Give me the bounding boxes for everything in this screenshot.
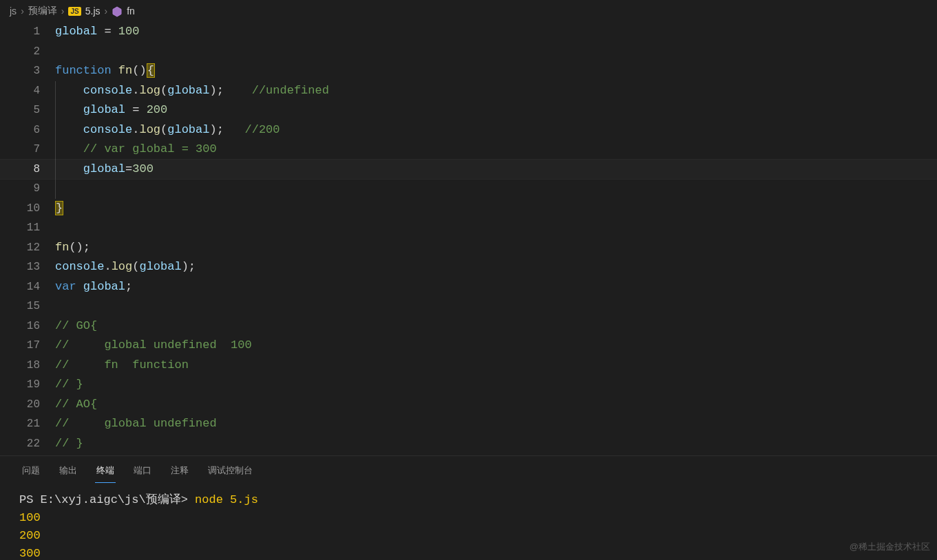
code-line[interactable] bbox=[55, 179, 937, 199]
code-line[interactable]: function fn(){ bbox=[55, 61, 937, 81]
code-line[interactable] bbox=[55, 42, 937, 62]
bottom-panel: 问题输出终端端口注释调试控制台 PS E:\xyj.aigc\js\预编译> n… bbox=[0, 455, 937, 559]
terminal-output: 100200300 bbox=[19, 509, 918, 560]
code-line[interactable]: // global undefined 100 bbox=[55, 336, 937, 356]
line-number: 11 bbox=[0, 218, 40, 238]
code-line[interactable]: } bbox=[55, 199, 937, 219]
panel-tab-注释[interactable]: 注释 bbox=[169, 462, 190, 483]
panel-tab-终端[interactable]: 终端 bbox=[95, 462, 116, 483]
panel-tabs: 问题输出终端端口注释调试控制台 bbox=[0, 456, 937, 483]
line-number: 7 bbox=[0, 140, 40, 160]
code-line[interactable] bbox=[55, 218, 937, 238]
line-number: 19 bbox=[0, 375, 40, 395]
code-line[interactable]: // fn function bbox=[55, 356, 937, 376]
line-number: 9 bbox=[0, 179, 40, 199]
code-line[interactable]: global = 200 bbox=[55, 100, 937, 120]
line-number: 3 bbox=[0, 61, 40, 81]
code-line[interactable]: console.log(global); //undefined bbox=[55, 81, 937, 101]
terminal-command: node 5.js bbox=[195, 493, 258, 506]
breadcrumb-folder[interactable]: 预编译 bbox=[28, 5, 57, 17]
code-line[interactable]: // GO{ bbox=[55, 316, 937, 336]
code-line[interactable]: // var global = 300 bbox=[55, 140, 937, 160]
line-number: 6 bbox=[0, 120, 40, 140]
panel-tab-问题[interactable]: 问题 bbox=[21, 462, 41, 483]
code-line[interactable]: // } bbox=[55, 434, 937, 454]
symbol-function-icon bbox=[112, 5, 123, 17]
line-number: 2 bbox=[0, 42, 40, 62]
line-number: 5 bbox=[0, 100, 40, 120]
line-number: 10 bbox=[0, 199, 40, 219]
code-line[interactable]: // AO{ bbox=[55, 395, 937, 415]
code-line[interactable]: global=300 bbox=[55, 160, 937, 180]
code-line[interactable]: console.log(global); bbox=[55, 257, 937, 277]
chevron-right-icon: › bbox=[61, 6, 65, 17]
terminal-output-line: 100 bbox=[19, 509, 918, 527]
line-number: 14 bbox=[0, 277, 40, 297]
breadcrumb-file[interactable]: 5.js bbox=[85, 6, 101, 17]
terminal-ps: PS E:\xyj.aigc\js\预编译> bbox=[19, 493, 195, 506]
code-line[interactable]: console.log(global); //200 bbox=[55, 120, 937, 140]
terminal[interactable]: PS E:\xyj.aigc\js\预编译> node 5.js 1002003… bbox=[0, 483, 937, 560]
line-number: 16 bbox=[0, 316, 40, 336]
terminal-prompt-line: PS E:\xyj.aigc\js\预编译> node 5.js bbox=[19, 491, 918, 509]
line-number: 8 bbox=[0, 160, 40, 180]
panel-tab-端口[interactable]: 端口 bbox=[132, 462, 153, 483]
line-number: 13 bbox=[0, 257, 40, 277]
watermark: @稀土掘金技术社区 bbox=[850, 541, 930, 553]
editor[interactable]: 12345678910111213141516171819202122 glob… bbox=[0, 22, 937, 455]
code-line[interactable]: // } bbox=[55, 375, 937, 395]
panel-tab-调试控制台[interactable]: 调试控制台 bbox=[207, 462, 254, 483]
code-line[interactable] bbox=[55, 297, 937, 316]
panel-tab-输出[interactable]: 输出 bbox=[58, 462, 78, 483]
line-number: 12 bbox=[0, 238, 40, 258]
line-number: 17 bbox=[0, 336, 40, 356]
line-number: 21 bbox=[0, 414, 40, 434]
code-line[interactable]: global = 100 bbox=[55, 22, 937, 42]
line-number: 15 bbox=[0, 297, 40, 316]
line-number: 22 bbox=[0, 434, 40, 454]
breadcrumb-symbol[interactable]: fn bbox=[127, 6, 135, 17]
line-number: 4 bbox=[0, 81, 40, 101]
line-number: 1 bbox=[0, 22, 40, 42]
code-line[interactable]: var global; bbox=[55, 277, 937, 297]
code-line[interactable]: // global undefined bbox=[55, 414, 937, 434]
code-area[interactable]: global = 100function fn(){ console.log(g… bbox=[55, 22, 937, 455]
breadcrumbs[interactable]: js › 预编译 › JS 5.js › fn bbox=[0, 0, 937, 22]
code-line[interactable]: fn(); bbox=[55, 238, 937, 258]
breadcrumb-root[interactable]: js bbox=[10, 6, 17, 17]
line-number: 18 bbox=[0, 356, 40, 376]
terminal-output-line: 300 bbox=[19, 545, 918, 560]
js-file-icon: JS bbox=[68, 7, 81, 16]
chevron-right-icon: › bbox=[21, 6, 24, 17]
chevron-right-icon: › bbox=[105, 6, 108, 17]
line-number: 20 bbox=[0, 395, 40, 415]
gutter: 12345678910111213141516171819202122 bbox=[0, 22, 55, 455]
terminal-output-line: 200 bbox=[19, 527, 918, 545]
